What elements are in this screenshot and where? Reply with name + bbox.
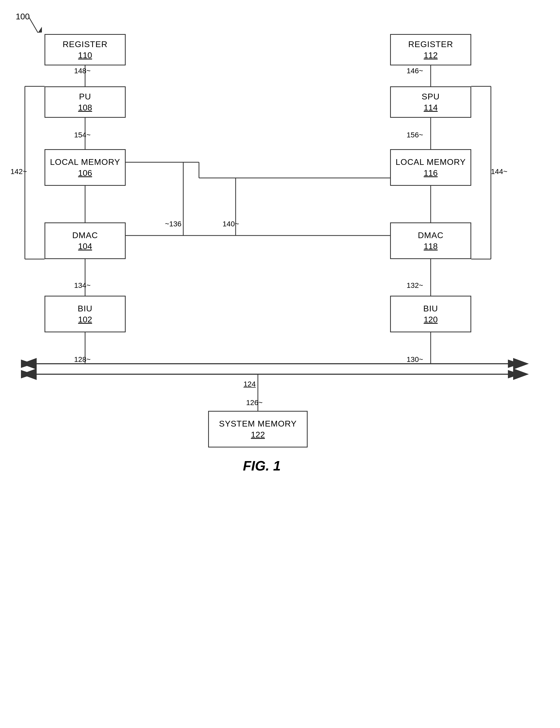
svg-line-34 bbox=[29, 17, 38, 33]
biu-120-label: BIU bbox=[423, 304, 438, 314]
system-memory-122-number: 122 bbox=[251, 430, 265, 439]
svg-marker-17 bbox=[513, 358, 529, 369]
pu-108-number: 108 bbox=[78, 103, 92, 113]
box-biu-102: BIU 102 bbox=[45, 296, 126, 332]
label-154: 154~ bbox=[74, 131, 91, 139]
label-126: 126~ bbox=[246, 398, 263, 407]
register-110-label: REGISTER bbox=[63, 39, 108, 49]
dmac-118-number: 118 bbox=[424, 242, 437, 251]
figure-label: FIG. 1 bbox=[223, 458, 301, 474]
label-124: 124 bbox=[243, 380, 256, 388]
label-140: 140~ bbox=[223, 220, 239, 228]
register-110-number: 110 bbox=[78, 51, 92, 60]
local-memory-116-number: 116 bbox=[424, 168, 437, 178]
svg-marker-16 bbox=[21, 368, 37, 380]
local-memory-106-label: LOCAL MEMORY bbox=[50, 157, 120, 167]
register-112-number: 112 bbox=[424, 51, 437, 60]
label-148: 148~ bbox=[74, 67, 91, 75]
svg-marker-15 bbox=[21, 358, 37, 369]
biu-102-number: 102 bbox=[78, 315, 92, 325]
box-register-112: REGISTER 112 bbox=[390, 34, 471, 65]
box-system-memory-122: SYSTEM MEMORY 122 bbox=[208, 411, 308, 447]
diagram-container: 100 REGISTER 110 REGISTER 112 PU 108 SPU… bbox=[0, 0, 560, 728]
box-spu-114: SPU 114 bbox=[390, 86, 471, 118]
svg-marker-18 bbox=[513, 368, 529, 380]
label-130: 130~ bbox=[407, 356, 423, 364]
dmac-118-label: DMAC bbox=[418, 230, 443, 240]
biu-102-label: BIU bbox=[78, 304, 92, 314]
label-136: ~136 bbox=[165, 220, 181, 228]
label-142: 142~ bbox=[10, 168, 27, 176]
biu-120-number: 120 bbox=[424, 315, 437, 325]
label-128: 128~ bbox=[74, 356, 91, 364]
dmac-104-number: 104 bbox=[78, 242, 92, 251]
box-dmac-104: DMAC 104 bbox=[45, 223, 126, 259]
pu-108-label: PU bbox=[79, 92, 91, 102]
system-memory-122-label: SYSTEM MEMORY bbox=[219, 419, 297, 428]
register-112-label: REGISTER bbox=[408, 39, 453, 49]
label-144: 144~ bbox=[491, 168, 507, 176]
local-memory-106-number: 106 bbox=[78, 168, 92, 178]
ref-arrow bbox=[16, 16, 42, 37]
label-146: 146~ bbox=[407, 67, 423, 75]
box-biu-120: BIU 120 bbox=[390, 296, 471, 332]
spu-114-label: SPU bbox=[422, 92, 440, 102]
box-local-memory-116: LOCAL MEMORY 116 bbox=[390, 149, 471, 186]
box-local-memory-106: LOCAL MEMORY 106 bbox=[45, 149, 126, 186]
dmac-104-label: DMAC bbox=[72, 230, 98, 240]
local-memory-116-label: LOCAL MEMORY bbox=[396, 157, 466, 167]
label-134: 134~ bbox=[74, 281, 91, 290]
label-132: 132~ bbox=[407, 281, 423, 290]
box-register-110: REGISTER 110 bbox=[45, 34, 126, 65]
label-156: 156~ bbox=[407, 131, 423, 139]
box-dmac-118: DMAC 118 bbox=[390, 223, 471, 259]
box-pu-108: PU 108 bbox=[45, 86, 126, 118]
spu-114-number: 114 bbox=[424, 103, 437, 113]
